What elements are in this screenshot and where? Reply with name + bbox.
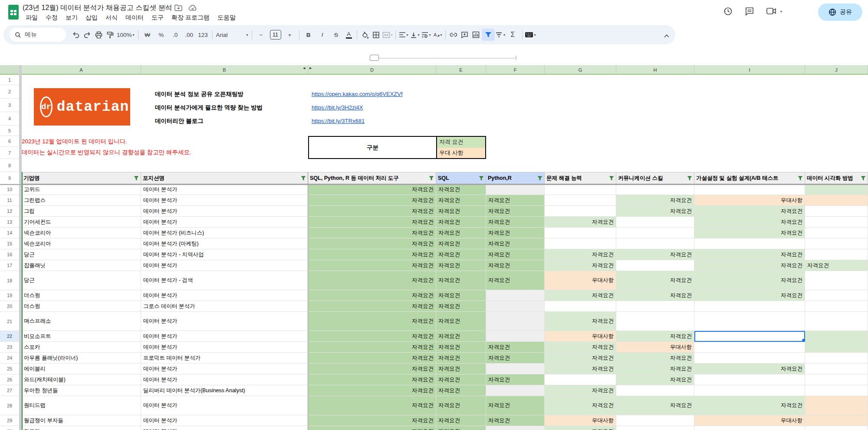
cell-B17[interactable]: 데이터 분석가 [141,260,308,271]
cell-D10[interactable]: 자격요건 [308,184,436,195]
cell-E10[interactable]: 자격요건 [436,184,486,195]
cell-H18[interactable]: 자격요건 [616,271,694,290]
video-call-icon[interactable]: ▾ [766,7,782,16]
filter-icon[interactable] [301,176,306,181]
redo-button[interactable] [82,29,93,41]
cell-B20[interactable]: 그로스 데이터 분석가 [141,301,308,312]
menu-edit[interactable]: 수정 [43,13,61,22]
kakao-open-chat-link[interactable]: https://open.kakao.com/o/g6VEXZVf [312,91,403,97]
cell-F25[interactable] [486,364,545,374]
column-header-J[interactable]: J [805,65,868,75]
search-menus-button[interactable]: 메뉴 [10,28,66,42]
filter-header-H[interactable]: 커뮤니케이션 스킬 [616,172,694,184]
cell-B13[interactable]: 데이터 분석가 [141,217,308,228]
cell-D15[interactable]: 자격요건 [308,238,436,249]
cell-J17[interactable]: 자격요건 [805,260,868,271]
cell-F14[interactable]: 자격요건 [486,228,545,238]
cell-A27[interactable]: 우아한 청년들 [22,385,141,396]
cell-B25[interactable]: 데이터 분석가 [141,364,308,374]
increase-font-size-button[interactable]: + [283,29,297,41]
cell-I16[interactable]: 자격요건 [694,249,805,260]
cell-D18[interactable]: 자격요건 [308,271,436,290]
cell-H10[interactable] [616,184,694,195]
cell-F23[interactable]: 자격요건 [486,342,545,353]
cell-A22[interactable]: 비모소프트 [22,331,141,342]
cell-J28[interactable] [805,396,868,415]
filter-icon[interactable] [609,176,614,181]
row-header-5[interactable]: 5 [0,126,19,136]
filter-header-G[interactable]: 문제 해결 능력 [545,172,616,184]
bitly-link-1[interactable]: https://bit.ly/3H2zi4X [312,104,363,111]
column-header-H[interactable]: H [616,65,694,75]
cell-I29[interactable]: 우대사항 [694,415,805,426]
cell-A18[interactable]: 당근 [22,271,141,290]
cell-I10[interactable] [694,184,805,195]
cell-F17[interactable]: 자격요건 [486,260,545,271]
cell-A28[interactable]: 원티드랩 [22,396,141,415]
cell-H29[interactable] [616,415,694,426]
cell-I12[interactable]: 자격요건 [694,206,805,217]
cell-E20[interactable]: 자격요건 [436,301,486,312]
row-header-2[interactable]: 2 [0,85,19,99]
cell-D14[interactable]: 자격요건 [308,228,436,238]
cell-G15[interactable] [545,238,616,249]
menu-help[interactable]: 도움말 [214,13,239,22]
create-filter-button[interactable] [482,29,495,41]
merge-cells-button[interactable]: ▾ [382,29,393,41]
filter-icon[interactable] [861,176,866,181]
cell-E14[interactable]: 자격요건 [436,228,486,238]
cell-I17[interactable]: 자격요건 [694,260,805,271]
text-rotation-button[interactable]: A▾ [432,29,443,41]
row-header-24[interactable]: 24 [0,353,19,364]
decrease-font-size-button[interactable]: − [254,29,268,41]
filter-views-button[interactable]: ▾ [495,29,506,41]
cell-H15[interactable] [616,238,694,249]
filter-header-I[interactable]: 가설설정 및 실험 설계(A/B 테스트 [694,172,805,184]
row-header-12[interactable]: 12 [0,206,19,217]
cell-B29[interactable]: 데이터 분석가 [141,415,308,426]
cell-A29[interactable]: 월급쟁이 부자들 [22,415,141,426]
cell-B24[interactable]: 프로덕트 데이터 분석가 [141,353,308,364]
move-to-folder-icon[interactable] [174,4,182,11]
cell-J18[interactable] [805,271,868,290]
bitly-link-2[interactable]: https://bit.ly/3TRx681 [312,118,365,124]
cell-E29[interactable]: 자격요건 [436,415,486,426]
filter-icon[interactable] [134,176,139,181]
cell-F11[interactable]: 자격요건 [486,195,545,206]
cell-D19[interactable]: 자격요건 [308,290,436,301]
font-size-input[interactable]: 11 [270,30,281,40]
paint-format-button[interactable] [104,29,115,41]
cell-E12[interactable]: 자격요건 [436,206,486,217]
cell-D22[interactable]: 자격요건 [308,331,436,342]
filter-header-A[interactable]: 기업명 [22,172,141,184]
row-header-15[interactable]: 15 [0,238,19,249]
cell-G28[interactable]: 자격요건 [545,396,616,415]
cell-B26[interactable]: 데이터 분석가 [141,374,308,385]
cell-E17[interactable]: 자격요건 [436,260,486,271]
cell-G30[interactable]: 자격요건 [545,426,616,430]
filter-header-E[interactable]: SQL [436,172,486,184]
menu-extensions[interactable]: 확장 프로그램 [168,13,213,22]
menu-data[interactable]: 데이터 [122,13,147,22]
cell-E15[interactable]: 자격요건 [436,238,486,249]
row-header-28[interactable]: 28 [0,396,19,415]
cell-B15[interactable]: 데이터 분석가 (마케팅) [141,238,308,249]
cell-I27[interactable] [694,385,805,396]
cell-I14[interactable]: 자격요건 [694,228,805,238]
cell-G16[interactable]: 자격요건 [545,249,616,260]
bold-button[interactable]: B [302,29,316,41]
cell-I19[interactable]: 자격요건 [694,290,805,301]
comments-icon[interactable] [744,6,755,17]
cell-F20[interactable] [486,301,545,312]
row-header-30[interactable]: 30 [0,426,19,430]
cell-D21[interactable]: 자격요건 [308,312,436,331]
cell-A26[interactable]: 와드(캐치테이블) [22,374,141,385]
cell-H16[interactable]: 자격요건 [616,249,694,260]
cell-H28[interactable]: 자격요건 [616,396,694,415]
row-header-25[interactable]: 25 [0,364,19,374]
cell-E26[interactable]: 자격요건 [436,374,486,385]
cell-A25[interactable]: 에이블리 [22,364,141,374]
menu-insert[interactable]: 삽입 [82,13,101,22]
cell-F28[interactable]: 자격요건 [486,396,545,415]
row-header-14[interactable]: 14 [0,228,19,238]
